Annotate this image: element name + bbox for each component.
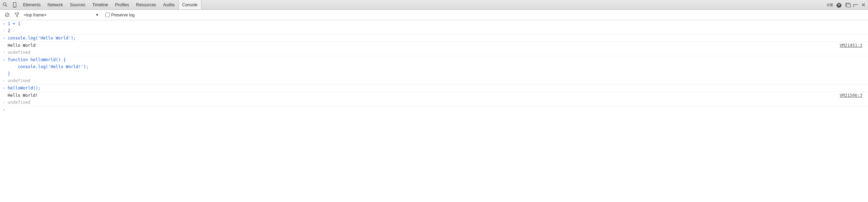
preserve-log[interactable]: Preserve log <box>105 13 135 17</box>
console-input-row: › helloWorld(); <box>0 85 868 92</box>
input-marker-icon: › <box>1 56 8 63</box>
clear-console-icon[interactable] <box>2 10 12 20</box>
console-log-row: Hello World! VM21506:3 <box>0 92 868 99</box>
output-marker-icon: ‹ <box>1 77 8 84</box>
settings-gear-icon[interactable] <box>834 0 844 10</box>
input-marker-icon: › <box>1 20 8 27</box>
show-drawer-icon[interactable] <box>825 0 834 10</box>
output-marker-icon: ‹ <box>1 49 8 56</box>
tab-sources[interactable]: Sources <box>66 0 89 9</box>
console-input-text: 1 + 1 <box>8 20 867 27</box>
console-result-text: undefined <box>8 49 867 56</box>
output-marker-icon: ‹ <box>1 99 8 106</box>
console-subbar: <top frame> ▼ Preserve log <box>0 10 868 20</box>
preserve-log-label: Preserve log <box>111 13 135 17</box>
console-input-text: helloWorld(); <box>8 85 867 92</box>
console-result-row: ‹ 2 <box>0 27 868 35</box>
console-input-row: › 1 + 1 <box>0 20 868 27</box>
frame-selector-label: <top frame> <box>24 13 47 17</box>
input-marker-icon: › <box>1 35 8 42</box>
tab-profiles[interactable]: Profiles <box>112 0 133 9</box>
tab-resources[interactable]: Resources <box>133 0 159 9</box>
tabs: Elements Network Sources Timeline Profil… <box>20 0 201 9</box>
console-result-text: undefined <box>8 77 867 84</box>
search-icon[interactable] <box>0 0 10 10</box>
input-marker-icon: › <box>1 106 8 113</box>
tab-console[interactable]: Console <box>178 0 201 9</box>
console-result-row: ‹ undefined <box>0 77 868 85</box>
output-marker-icon: ‹ <box>1 27 8 34</box>
toolbar-right <box>825 0 868 9</box>
tab-timeline[interactable]: Timeline <box>89 0 112 9</box>
toolbar-left: Elements Network Sources Timeline Profil… <box>0 0 201 9</box>
svg-point-0 <box>3 3 6 6</box>
console-log-row: Hello World VM21451:2 <box>0 42 868 49</box>
close-icon[interactable] <box>859 0 868 10</box>
device-mode-icon[interactable] <box>10 0 20 10</box>
svg-line-8 <box>6 14 8 16</box>
source-link[interactable]: VM21451:2 <box>840 42 862 49</box>
console-prompt-row[interactable]: › <box>0 106 868 113</box>
dock-side-icon[interactable] <box>844 0 853 10</box>
console-input-row: › function helloWorld() { console.log('H… <box>0 56 868 77</box>
console-input-text: console.log('Hello World'); <box>8 35 867 42</box>
console-result-text: 2 <box>8 27 867 34</box>
frame-selector[interactable]: <top frame> ▼ <box>24 13 99 17</box>
console-input-text: function helloWorld() { console.log('Hel… <box>8 56 867 77</box>
console-result-text: undefined <box>8 99 867 106</box>
svg-line-1 <box>6 5 7 7</box>
dock-corner-icon[interactable] <box>853 0 859 10</box>
console-body: › 1 + 1 ‹ 2 › console.log('Hello World')… <box>0 20 868 113</box>
svg-point-4 <box>838 4 840 6</box>
svg-point-3 <box>14 6 15 7</box>
preserve-log-checkbox[interactable] <box>105 13 110 17</box>
console-log-text: Hello World! <box>8 92 840 99</box>
source-link[interactable]: VM21506:3 <box>840 92 862 99</box>
console-result-row: ‹ undefined <box>0 99 868 106</box>
filter-icon[interactable] <box>12 10 22 20</box>
tab-elements[interactable]: Elements <box>20 0 44 9</box>
console-log-text: Hello World <box>8 42 840 49</box>
svg-rect-6 <box>847 4 851 7</box>
input-marker-icon: › <box>1 85 8 92</box>
console-result-row: ‹ undefined <box>0 49 868 56</box>
chevron-down-icon: ▼ <box>95 13 99 17</box>
console-input-row: › console.log('Hello World'); <box>0 35 868 42</box>
tab-audits[interactable]: Audits <box>159 0 178 9</box>
tab-network[interactable]: Network <box>44 0 66 9</box>
devtools-toolbar: Elements Network Sources Timeline Profil… <box>0 0 868 10</box>
